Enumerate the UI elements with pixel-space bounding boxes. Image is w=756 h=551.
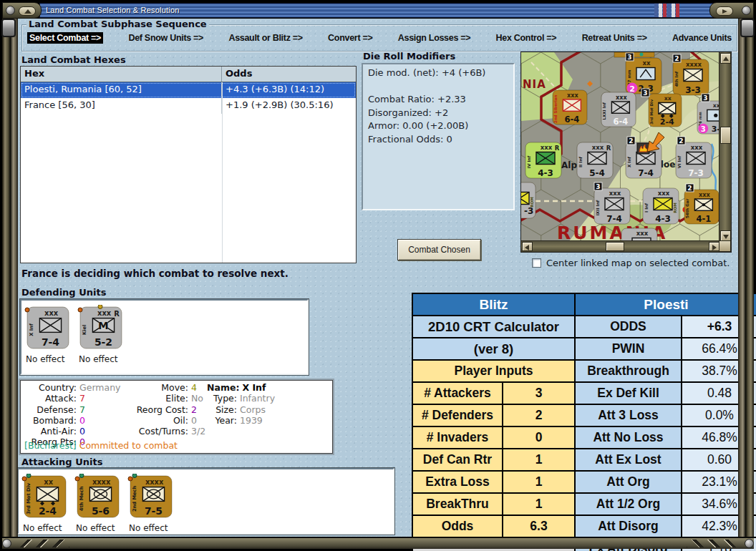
vscroll-thumb[interactable]	[720, 127, 731, 144]
svg-text:xx: xx	[44, 478, 53, 486]
hscroll-thumb[interactable]	[606, 242, 624, 251]
map-unit-37-mm[interactable]: xx37 mm2-32	[626, 58, 662, 94]
hexes-col-hex[interactable]: Hex	[21, 67, 222, 82]
window-close-button[interactable]	[716, 6, 733, 16]
map-unit-kiel[interactable]: xxxKielM5-2R	[80, 307, 122, 348]
unit-info-row: Move:4	[122, 382, 205, 393]
status-dot-icon	[98, 305, 102, 309]
scroll-right-button[interactable]	[709, 242, 719, 251]
hex-map[interactable]: NIA Alp Ploes ch RUMANIA xx37 mm2-32xxxx…	[521, 52, 720, 242]
map-unit-4th-mech[interactable]: xxxx4th Mech5-6	[77, 476, 119, 517]
hex-cell-name: Ploesti, Rumania [60, 52]	[21, 82, 222, 98]
svg-text:xxx: xxx	[541, 144, 553, 151]
svg-text:R: R	[555, 145, 560, 152]
map-unit-3rd-mot-div[interactable]: xx3rd Mot Div2-4	[24, 476, 66, 517]
svg-text:xxx: xxx	[636, 230, 649, 237]
unit-info-footer: Committed to combat	[77, 440, 178, 451]
unit-info-row: Oil:0	[122, 415, 205, 426]
map-unit-ii-inf[interactable]: xxxII Inf5-4R	[577, 142, 613, 178]
svg-text:xxxx: xxxx	[686, 61, 702, 68]
svg-text:6-4: 6-4	[564, 114, 579, 125]
scrollbar-corner	[719, 240, 731, 252]
crt-output-label: Att No Loss	[576, 427, 681, 448]
map-unit-3rd-mot-div[interactable]: xx3rd Mot Div2-4	[649, 94, 682, 127]
map-unit-76-mm[interactable]: xx76 mm3-3	[697, 101, 720, 134]
window-bottom-bar	[2, 537, 754, 549]
map-horizontal-scrollbar[interactable]	[521, 240, 720, 252]
svg-text:xxx: xxx	[616, 94, 628, 101]
svg-text:3rd Mot Div: 3rd Mot Div	[26, 482, 32, 514]
attacking-units-panel: xx3rd Mot Div2-4No effectxxxx4th Mech5-6…	[17, 468, 394, 535]
svg-text:3-3: 3-3	[685, 85, 701, 95]
svg-text:X Inf: X Inf	[29, 323, 34, 336]
subphase-step-retreat-units-: Retreat Units =>	[582, 33, 647, 43]
center-map-label: Center linked map on selected combat.	[546, 258, 730, 268]
svg-text:xxx: xxx	[592, 144, 604, 151]
screw-icon	[2, 539, 11, 548]
defending-units-panel: xxxX Inf7-4No effectxxxKielM5-2RNo effec…	[20, 299, 309, 375]
screw-icon	[742, 6, 751, 15]
center-map-checkbox[interactable]	[532, 258, 541, 268]
scroll-up-button[interactable]	[720, 53, 731, 64]
map-unit-vi-inf[interactable]: xxxVI Inf7-3	[676, 142, 712, 178]
svg-text:54th Gar: 54th Gar	[685, 199, 689, 218]
unit-effect-label: No effect	[127, 523, 175, 533]
map-viewport[interactable]: NIA Alp Ploes ch RUMANIA xx37 mm2-32xxxx…	[520, 52, 732, 253]
titlebar-right-cap	[709, 2, 754, 19]
defending-title: Defending Units	[21, 287, 106, 298]
hex-cell-odds: +1.9 (+2.9B) (30.5:16)	[222, 98, 356, 114]
crt-output-label: Ex Def Kill	[576, 383, 681, 404]
svg-text:VI Inf: VI Inf	[677, 155, 682, 168]
screw-icon	[745, 539, 754, 548]
hexes-title: Land Combat Hexes	[21, 54, 126, 65]
unit-counter-2nd-mech[interactable]: xxxx2nd Mech7-5No effect	[127, 474, 175, 533]
die-roll-panel: Die mod. (net): +4 (+6B) Combat Ratio: +…	[362, 63, 515, 210]
crt-input-value: 2	[503, 405, 574, 426]
title-bar[interactable]: Land Combat Selection & Resolution	[39, 3, 713, 18]
map-unit-ixii-inf[interactable]: xxxIXII Inf7-4	[594, 188, 630, 224]
map-label-alps: Alp	[561, 160, 577, 170]
combat-chosen-button[interactable]: Combat Chosen	[397, 239, 481, 260]
land-combat-hexes-table: Hex Odds Ploesti, Rumania [60, 52]+4.3 (…	[20, 66, 357, 263]
svg-text:xx: xx	[664, 95, 672, 102]
unit-info-row: Bombard:0	[22, 415, 120, 426]
hexes-col-odds[interactable]: Odds	[222, 67, 356, 82]
unit-info-row: Elite:No	[122, 393, 205, 404]
map-unit-x-inf[interactable]: xxxX Inf7-4	[27, 307, 69, 348]
svg-text:2nd Mech: 2nd Mech	[132, 486, 137, 512]
window-menu-button[interactable]	[19, 6, 36, 16]
unit-counter-kiel[interactable]: xxxKielM5-2RNo effect	[77, 305, 125, 364]
stack-count-badge: 2	[677, 137, 685, 145]
unit-info-row: Defense:7	[22, 404, 120, 415]
unit-counter-3rd-mot-div[interactable]: xx3rd Mot Div2-4No effect	[21, 474, 69, 533]
scroll-left-button[interactable]	[522, 242, 533, 251]
crt-output-label: Att Ex Lost	[576, 449, 681, 470]
window-frame-left	[2, 2, 18, 549]
svg-text:7-4: 7-4	[638, 168, 654, 178]
scroll-down-button[interactable]	[720, 230, 731, 241]
map-unit-54th-gar[interactable]: xxx54th Gar4-1	[684, 190, 719, 224]
hex-row[interactable]: Ploesti, Rumania [60, 52]+4.3 (+6.3B) (1…	[21, 82, 356, 98]
map-unit-2nd-siberian[interactable]: xxx2nd Siberian6-4	[553, 90, 587, 125]
svg-text:II Inf: II Inf	[578, 156, 583, 167]
map-unit-lxxi-inf[interactable]: xxxLXXI Inf6-4	[601, 92, 636, 127]
subphase-step-select-combat-: Select Combat =>	[27, 32, 103, 44]
crt-input-label: Odds	[413, 516, 502, 537]
crt-input-label: # Defenders	[413, 405, 502, 426]
map-unit-i-inf[interactable]: xxxI Inf4-3ROM	[643, 188, 679, 224]
unit-counter-x-inf[interactable]: xxxX Inf7-4No effect	[24, 305, 72, 364]
svg-text:M: M	[98, 319, 109, 331]
crt-input-value: 3	[503, 383, 574, 404]
hex-row[interactable]: France [56, 30]+1.9 (+2.9B) (30.5:16)	[21, 98, 356, 114]
status-text: France is deciding which combat to resol…	[21, 268, 289, 279]
map-unit-4th-inf[interactable]: xxxx4th Inf3-3	[673, 59, 709, 95]
hex-cell-odds: +4.3 (+6.3B) (14:12)	[222, 82, 356, 98]
map-unit-iv-inf[interactable]: xxxIV Inf4-3R	[525, 142, 561, 178]
svg-text:3: 3	[643, 89, 647, 97]
svg-text:xxx: xxx	[44, 309, 59, 317]
unit-info-row: Anti-Air:0	[22, 426, 120, 437]
unit-counter-4th-mech[interactable]: xxxx4th Mech5-6No effect	[74, 474, 122, 533]
svg-text:2: 2	[679, 137, 683, 145]
map-vertical-scrollbar[interactable]	[719, 52, 731, 242]
map-unit-2nd-mech[interactable]: xxxx2nd Mech7-5	[130, 476, 172, 517]
